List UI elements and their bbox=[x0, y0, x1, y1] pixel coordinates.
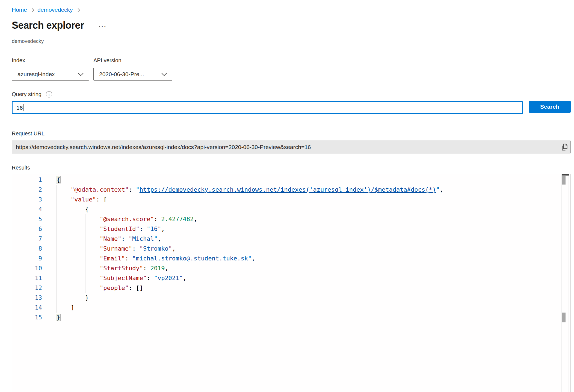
line-content: "people": [] bbox=[56, 283, 143, 293]
code-line[interactable]: 8 "Surname": "Stromko", bbox=[12, 244, 570, 254]
line-number[interactable]: 7 bbox=[12, 234, 42, 244]
code-link[interactable]: https://demovedecky.search.windows.net/i… bbox=[140, 186, 436, 193]
more-menu-button[interactable]: ⋯ bbox=[98, 22, 107, 30]
scrollbar-track bbox=[561, 174, 562, 392]
line-number[interactable]: 13 bbox=[12, 293, 42, 303]
line-number[interactable]: 5 bbox=[12, 214, 42, 224]
code-token: "Stromko" bbox=[140, 245, 172, 252]
line-number[interactable]: 1 bbox=[12, 175, 42, 185]
title-row: Search explorer ⋯ bbox=[12, 20, 107, 31]
line-content: "Name": "Michal", bbox=[56, 234, 161, 244]
code-line[interactable]: 6 "StudentId": "16", bbox=[12, 224, 570, 234]
code-line[interactable]: 14 ] bbox=[12, 303, 570, 313]
code-line[interactable]: 13 } bbox=[12, 293, 570, 303]
code-line[interactable]: 4 { bbox=[12, 204, 570, 214]
page-title: Search explorer bbox=[12, 20, 84, 31]
line-content: "StudentId": "16", bbox=[56, 224, 165, 234]
line-number[interactable]: 2 bbox=[12, 185, 42, 195]
code-token: "value" bbox=[71, 196, 96, 203]
line-number[interactable]: 4 bbox=[12, 204, 42, 214]
code-token: 2.4277482 bbox=[161, 216, 194, 222]
code-line[interactable]: 7 "Name": "Michal", bbox=[12, 234, 570, 244]
index-dropdown[interactable]: azuresql-index bbox=[12, 68, 89, 81]
search-button[interactable]: Search bbox=[529, 101, 571, 113]
code-token: "Surname" bbox=[100, 245, 132, 252]
code-token: , bbox=[194, 216, 197, 222]
info-icon[interactable]: i bbox=[46, 91, 52, 97]
code-line[interactable]: 15} bbox=[12, 313, 570, 322]
code-line[interactable]: 11 "SubjectName": "vp2021", bbox=[12, 273, 570, 283]
line-content: { bbox=[56, 204, 89, 214]
index-label: Index bbox=[12, 57, 25, 64]
code-line[interactable]: 3 "value": [ bbox=[12, 195, 570, 204]
request-url-value: https://demovedecky.search.windows.net/i… bbox=[16, 144, 311, 150]
code-token: , bbox=[158, 235, 161, 242]
code-token: , bbox=[183, 275, 187, 281]
line-content: "Surname": "Stromko", bbox=[56, 244, 176, 254]
line-content: "StartStudy": 2019, bbox=[56, 263, 168, 273]
line-content: ] bbox=[56, 303, 74, 313]
code-line[interactable]: 10 "StartStudy": 2019, bbox=[12, 263, 570, 273]
line-number[interactable]: 12 bbox=[12, 283, 42, 293]
text-cursor bbox=[23, 104, 23, 111]
code-line[interactable]: 2 "@odata.context": "https://demovedecky… bbox=[12, 185, 570, 195]
code-token: , bbox=[252, 255, 255, 262]
code-token: "michal.stromko@.student.tuke.sk" bbox=[132, 255, 252, 262]
code-token: { bbox=[85, 206, 89, 213]
chevron-down-icon bbox=[77, 71, 84, 78]
line-number[interactable]: 6 bbox=[12, 224, 42, 234]
code-token: "Michal" bbox=[129, 235, 158, 242]
code-token: : bbox=[125, 255, 132, 262]
breadcrumb: Home demovedecky bbox=[12, 7, 79, 13]
code-line[interactable]: 5 "@search.score": 2.4277482, bbox=[12, 214, 570, 224]
code-token: " bbox=[436, 186, 440, 193]
request-url-field: https://demovedecky.search.windows.net/i… bbox=[12, 141, 571, 153]
line-content: } bbox=[56, 293, 89, 303]
breadcrumb-service-link[interactable]: demovedecky bbox=[37, 7, 73, 13]
line-content: } bbox=[56, 313, 60, 322]
code-token: "Email" bbox=[100, 255, 125, 262]
code-token: : bbox=[140, 225, 147, 232]
code-token: "StartStudy" bbox=[100, 265, 143, 272]
line-number[interactable]: 14 bbox=[12, 303, 42, 313]
chevron-right-icon bbox=[76, 8, 80, 12]
code-line[interactable]: 1{ bbox=[12, 175, 570, 185]
query-string-value: 16 bbox=[16, 105, 23, 111]
line-content: "value": [ bbox=[56, 195, 107, 204]
chevron-down-icon bbox=[161, 71, 168, 78]
breadcrumb-home-link[interactable]: Home bbox=[12, 7, 27, 13]
code-token: : [ bbox=[96, 196, 107, 203]
line-number[interactable]: 11 bbox=[12, 273, 42, 283]
line-content: "SubjectName": "vp2021", bbox=[56, 273, 187, 283]
code-token: "vp2021" bbox=[154, 275, 183, 281]
line-number[interactable]: 3 bbox=[12, 195, 42, 204]
results-editor[interactable]: 1{2 "@odata.context": "https://demovedec… bbox=[12, 174, 571, 392]
api-version-dropdown[interactable]: 2020-06-30-Pre... bbox=[93, 68, 172, 81]
code-token: , bbox=[440, 186, 443, 193]
code-lines: 1{2 "@odata.context": "https://demovedec… bbox=[12, 175, 570, 322]
code-token: : bbox=[154, 216, 161, 222]
results-label: Results bbox=[12, 165, 30, 171]
code-token: 2019 bbox=[150, 265, 165, 272]
code-token: "16" bbox=[147, 225, 161, 232]
copy-icon[interactable] bbox=[561, 143, 568, 151]
code-token: " bbox=[136, 186, 139, 193]
line-number[interactable]: 10 bbox=[12, 263, 42, 273]
code-token: "@odata.context" bbox=[71, 186, 129, 193]
code-line[interactable]: 12 "people": [] bbox=[12, 283, 570, 293]
code-token: "@search.score" bbox=[100, 216, 154, 222]
line-number[interactable]: 9 bbox=[12, 254, 42, 263]
api-version-label: API version bbox=[93, 57, 121, 64]
query-string-label-row: Query string i bbox=[12, 91, 52, 97]
overview-ruler-bracket-marker bbox=[562, 313, 566, 322]
page-subtitle: demovedecky bbox=[12, 38, 44, 44]
code-token: , bbox=[172, 245, 176, 252]
vertical-scrollbar-thumb[interactable] bbox=[562, 176, 566, 185]
code-line[interactable]: 9 "Email": "michal.stromko@.student.tuke… bbox=[12, 254, 570, 263]
line-number[interactable]: 8 bbox=[12, 244, 42, 254]
query-string-input[interactable]: 16 bbox=[12, 101, 523, 114]
code-token: ] bbox=[71, 304, 74, 311]
line-content: "Email": "michal.stromko@.student.tuke.s… bbox=[56, 254, 255, 263]
query-string-label: Query string bbox=[12, 91, 42, 97]
line-number[interactable]: 15 bbox=[12, 313, 42, 322]
